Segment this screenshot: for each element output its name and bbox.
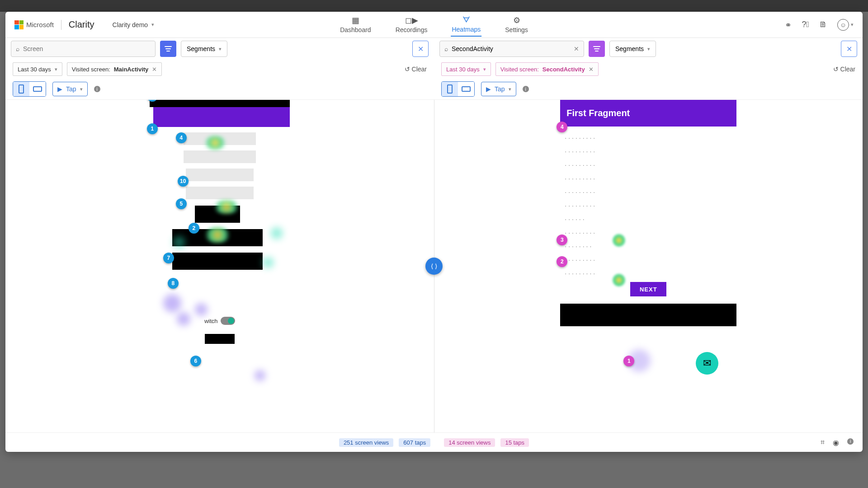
close-icon[interactable]: ✕	[589, 66, 594, 73]
flame-icon: ᗊ	[462, 15, 470, 25]
chevron-down-icon: ▾	[219, 46, 222, 52]
visibility-icon[interactable]: ◉	[833, 438, 839, 447]
app-header: Microsoft Clarity Clarity demo ▾ ▦Dashbo…	[5, 12, 863, 38]
left-views-chip: 251 screen views	[339, 438, 393, 447]
account-dropdown[interactable]: ☺ ▾	[837, 19, 854, 31]
grid-icon[interactable]: ⌗	[821, 438, 825, 447]
left-filter-button[interactable]	[160, 41, 176, 57]
play-icon: ▶	[57, 85, 62, 93]
dots-line: .........	[565, 146, 732, 154]
integration-icon[interactable]: ⚭	[785, 20, 792, 30]
right-pane: First Fragment 4 ......... ......... ...…	[434, 100, 863, 432]
tap-marker[interactable]: 2	[557, 256, 567, 267]
portrait-button[interactable]	[13, 82, 29, 96]
left-clear-filters[interactable]: ↺Clear	[405, 66, 427, 73]
info-icon[interactable]: i	[523, 86, 529, 92]
landscape-button[interactable]	[458, 82, 474, 96]
left-filter-bar: ⌕ Segments▾ ✕	[5, 38, 434, 60]
info-icon[interactable]: i	[847, 438, 854, 445]
left-screen-search[interactable]: ⌕	[11, 41, 156, 57]
right-screen-chip[interactable]: Visited screen: SecondActivity✕	[495, 62, 599, 76]
tap-marker[interactable]: 5	[176, 198, 187, 209]
tap-marker[interactable]: 8	[168, 278, 179, 289]
tap-marker[interactable]: 4	[176, 132, 187, 143]
project-dropdown[interactable]: Clarity demo ▾	[113, 21, 155, 28]
tap-type-dropdown[interactable]: ▶Tap▾	[52, 82, 88, 96]
right-filter-button[interactable]	[589, 41, 605, 57]
search-input[interactable]	[23, 45, 151, 52]
chevron-down-icon: ▾	[483, 66, 486, 72]
nav-settings[interactable]: ⚙Settings	[504, 13, 529, 37]
dashboard-icon: ▦	[352, 15, 359, 25]
clear-input-icon[interactable]: ✕	[574, 45, 579, 52]
tap-type-dropdown[interactable]: ▶Tap▾	[481, 82, 516, 96]
dots-line: .........	[565, 268, 732, 276]
switch-toggle[interactable]	[221, 317, 235, 325]
portrait-button[interactable]	[442, 82, 458, 96]
landscape-button[interactable]	[29, 82, 46, 96]
right-screen-search[interactable]: ⌕ ✕	[439, 41, 584, 57]
nav-recordings[interactable]: ◻▶Recordings	[395, 13, 429, 37]
dots-line: .........	[565, 187, 732, 194]
document-icon[interactable]: 🗎	[819, 20, 827, 29]
right-clear-filters[interactable]: ↺Clear	[833, 66, 855, 73]
right-date-chip[interactable]: Last 30 days▾	[441, 62, 491, 76]
nav-dashboard[interactable]: ▦Dashboard	[339, 13, 372, 37]
tap-marker[interactable]: 4	[557, 122, 567, 132]
left-screen-chip[interactable]: Visited screen: MainActivity✕	[67, 62, 162, 76]
search-input[interactable]	[452, 45, 570, 52]
right-heatmap-screen[interactable]: First Fragment 4 ......... ......... ...…	[560, 100, 736, 326]
tap-marker[interactable]: 1	[147, 123, 158, 134]
tap-marker[interactable]: 2	[189, 223, 199, 234]
chevron-down-icon: ▾	[80, 86, 83, 92]
tap-marker[interactable]: 10	[178, 176, 189, 187]
gear-icon: ⚙	[513, 15, 520, 25]
dots-line: ......	[565, 214, 732, 221]
chevron-down-icon: ▾	[55, 66, 57, 72]
switch-label: witch	[204, 318, 218, 324]
chevron-down-icon: ▾	[647, 46, 650, 52]
left-date-chip[interactable]: Last 30 days▾	[13, 62, 62, 76]
dots-line: .........	[565, 133, 732, 140]
chevron-down-icon: ▾	[151, 22, 154, 28]
search-icon: ⌕	[16, 45, 19, 52]
chevron-down-icon: ▾	[509, 86, 511, 92]
orientation-toggle[interactable]	[441, 81, 475, 97]
fragment-title: First Fragment	[566, 108, 630, 118]
info-icon[interactable]: i	[94, 86, 100, 92]
right-chip-row: Last 30 days▾ Visited screen: SecondActi…	[434, 60, 863, 79]
left-taps-chip: 607 taps	[399, 438, 430, 447]
next-button[interactable]: NEXT	[630, 282, 666, 296]
footer-stats: 251 screen views 607 taps 14 screen view…	[5, 433, 863, 452]
product-name: Clarity	[69, 19, 94, 30]
play-icon: ▶	[486, 85, 491, 93]
left-chip-row: Last 30 days▾ Visited screen: MainActivi…	[5, 60, 434, 79]
mail-icon: ✉	[703, 357, 711, 369]
nav-heatmaps[interactable]: ᗊHeatmaps	[451, 13, 481, 37]
right-close-compare[interactable]: ✕	[841, 41, 857, 57]
dots-line: ........	[565, 241, 732, 249]
dots-line: .........	[565, 174, 732, 181]
right-toolbar: ▶Tap▾ i	[434, 79, 863, 99]
undo-icon: ↺	[833, 66, 839, 73]
close-icon[interactable]: ✕	[152, 66, 157, 73]
left-close-compare[interactable]: ✕	[412, 41, 429, 57]
microsoft-text: Microsoft	[26, 21, 54, 28]
camera-icon: ◻▶	[405, 15, 418, 25]
dots-line: .........	[565, 228, 732, 235]
orientation-toggle[interactable]	[13, 81, 46, 97]
help-icon[interactable]: ?⃝	[802, 20, 809, 29]
left-segments-dropdown[interactable]: Segments▾	[181, 41, 227, 57]
tap-marker[interactable]: 6	[190, 356, 201, 366]
dots-line: .........	[565, 160, 732, 167]
right-filter-bar: ⌕ ✕ Segments▾ ✕	[434, 38, 863, 60]
tap-marker[interactable]: 7	[163, 253, 174, 263]
right-segments-dropdown[interactable]: Segments▾	[609, 41, 656, 57]
fab-mail[interactable]: ✉	[696, 352, 718, 375]
dots-line: .........	[565, 201, 732, 208]
left-heatmap-screen[interactable]: 9 1 4 10 5 2 7 8	[150, 100, 290, 344]
left-pane: 9 1 4 10 5 2 7 8	[5, 100, 434, 432]
compare-drag-handle[interactable]: ⟨ ⟩	[425, 258, 443, 275]
compare-content: » « 9 1 4 10 5 2	[5, 99, 863, 433]
undo-icon: ↺	[405, 66, 410, 73]
